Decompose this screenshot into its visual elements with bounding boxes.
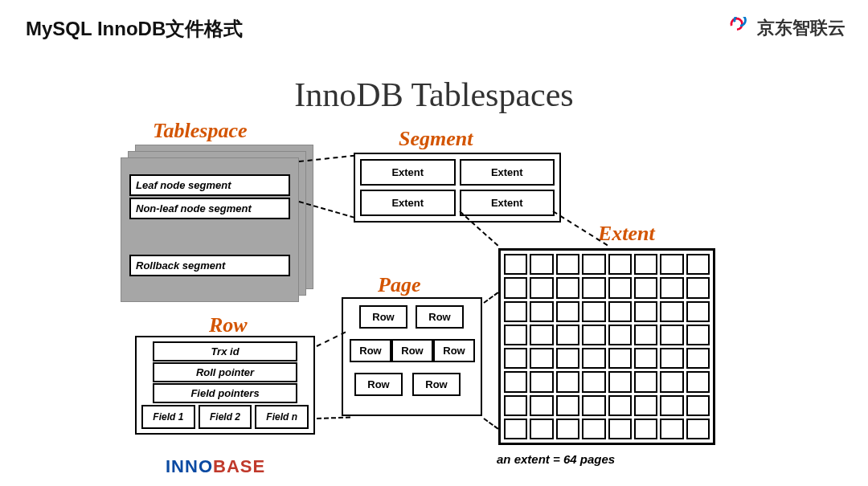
- label-segment: Segment: [399, 127, 473, 151]
- extent-grid: [498, 248, 715, 445]
- page-row: Row: [391, 339, 433, 362]
- extent-note: an extent = 64 pages: [497, 452, 615, 466]
- tablespace-item: Leaf node segment: [129, 174, 290, 196]
- brand-icon: [725, 17, 752, 39]
- label-page: Page: [378, 273, 420, 297]
- innobase-logo: INNOBASE: [166, 456, 265, 477]
- brand-logo: 京东智联云: [725, 16, 845, 40]
- page-row: Row: [433, 339, 475, 362]
- extent-cell: Extent: [360, 190, 456, 216]
- segment-box: Extent Extent Extent Extent: [354, 153, 561, 223]
- extent-cell: Extent: [460, 159, 555, 186]
- page-row: Row: [416, 305, 464, 329]
- tablespace-item: Rollback segment: [129, 255, 290, 276]
- label-tablespace: Tablespace: [153, 119, 247, 143]
- diagram-title: InnoDB Tablespaces: [0, 76, 868, 114]
- row-line: Trx id: [153, 341, 297, 361]
- label-row: Row: [209, 313, 248, 337]
- page-row: Row: [412, 373, 461, 396]
- extent-cell: Extent: [460, 190, 555, 216]
- row-box: Trx id Roll pointer Field pointers Field…: [135, 336, 315, 435]
- row-line: Roll pointer: [153, 362, 297, 382]
- extent-cell: Extent: [360, 159, 456, 186]
- page-row: Row: [354, 373, 403, 396]
- row-field: Field n: [255, 405, 309, 429]
- page-box: Row Row Row Row Row Row Row: [342, 297, 482, 416]
- page-row: Row: [359, 305, 407, 329]
- label-extent: Extent: [598, 222, 655, 246]
- page-title: MySQL InnoDB文件格式: [26, 16, 243, 42]
- row-field: Field 1: [141, 405, 195, 429]
- page-row: Row: [350, 339, 391, 362]
- tablespace-stack: Leaf node segment Non-leaf node segment …: [121, 145, 313, 297]
- tablespace-item: Non-leaf node segment: [129, 198, 290, 219]
- brand-text: 京东智联云: [757, 16, 845, 40]
- row-field: Field 2: [199, 405, 252, 429]
- row-line: Field pointers: [153, 383, 297, 403]
